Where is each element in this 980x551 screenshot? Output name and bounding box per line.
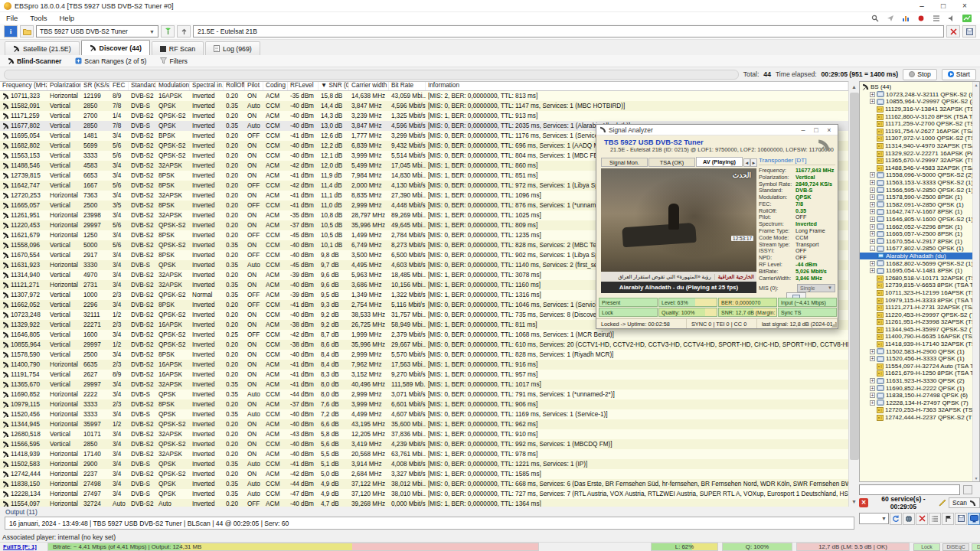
analyzer-close-button[interactable]: × — [824, 126, 835, 134]
tree-item[interactable]: +11665,057-V-2500 8PSK (1) — [860, 230, 979, 238]
tab-log-969-[interactable]: Log (969) — [205, 41, 260, 55]
expander-icon[interactable]: + — [870, 386, 875, 391]
tree-item[interactable]: +11520,456-H-3333 QPSK (1) — [860, 355, 979, 363]
col-header-frequency[interactable]: Frequency (MHz) — [0, 82, 47, 90]
analyzer-tab-tsa-ok-[interactable]: TSA (OK) — [648, 158, 695, 167]
lnb-settings-button[interactable] — [161, 25, 175, 37]
tree-item[interactable]: 11314,940-V-4970 32APSK (TSA Timeout) — [860, 142, 979, 150]
tree-item[interactable]: +11502,583-H-2900 QPSK (1) — [860, 347, 979, 355]
resize-grip[interactable] — [831, 322, 837, 328]
table-row[interactable]: 10855,964Vertical299971/2DVB-S2QPSK-S2In… — [0, 340, 848, 350]
tree-item[interactable]: 12720,253-H-7363 32APSK (TSA Timeout) — [860, 406, 979, 414]
video-preview[interactable]: الحدث 12:53:17 الخارجية العراقية رؤية «ا… — [601, 168, 756, 282]
col-header-bit-rate[interactable]: Bit Rate — [389, 82, 426, 90]
edit-icon[interactable] — [939, 499, 946, 507]
tab-rf-scan[interactable]: RF Scan — [152, 41, 204, 55]
scroll-down-icon[interactable]: ▼ — [849, 496, 859, 507]
audio-icon[interactable] — [946, 14, 957, 23]
table-row[interactable]: 11191,754Vertical26278/9DVB-S216APSKInve… — [0, 370, 848, 380]
table-row[interactable]: 11400,790Horizontal66352/3DVB-S216APSKIn… — [0, 360, 848, 370]
table-row[interactable]: 11171,259Vertical27001/4DVB-S2QPSK-S2Inv… — [0, 111, 848, 121]
col-header-coding[interactable]: Coding ... — [263, 82, 288, 90]
analyzer-title-bar[interactable]: Signal Analyzer – □ × — [596, 125, 838, 135]
minimize-button[interactable]: – — [916, 2, 927, 11]
tree-item[interactable]: +11690,852-H-2222 QPSK (1) — [860, 384, 979, 392]
expander-icon[interactable]: + — [870, 231, 875, 236]
expander-icon[interactable]: + — [870, 180, 875, 185]
tree-scroll-up-icon[interactable]: ▲ — [975, 83, 978, 87]
satellite-field[interactable]: 21.5E - Eutelsat 21B — [193, 25, 944, 37]
tree-item[interactable]: 11129,316-V-13841 32APSK (TSA Timeout) — [860, 106, 979, 113]
expander-icon[interactable]: + — [870, 209, 875, 214]
tuner-select[interactable]: TBS 5927 USB DVB-S2 Tuner▼ — [36, 25, 158, 37]
col-header-rolloff[interactable]: RollOff — [224, 82, 245, 90]
tree-item[interactable]: Alarabiy Alhadath (du) — [860, 253, 979, 260]
expander-icon[interactable]: + — [870, 202, 875, 207]
menu-help[interactable]: Help — [54, 14, 81, 22]
col-header-information[interactable]: Information — [426, 82, 848, 90]
table-row[interactable]: 11365,670Vertical299973/4DVB-S232APSKInv… — [0, 380, 848, 390]
tree-item[interactable]: 11220,453-H-29997 QPSK-S2 (TSA Timeout) — [860, 311, 979, 318]
flag-icon[interactable] — [942, 513, 954, 525]
expander-icon[interactable]: + — [870, 349, 875, 354]
table-row[interactable]: 11554,097Horizontal32724AutoDVB-S2AutoIn… — [0, 499, 848, 507]
col-header-spectral[interactable]: Spectral in... — [190, 82, 224, 90]
col-header-sr[interactable]: SR (KS/s) — [81, 82, 110, 90]
table-row[interactable]: 11690,852Horizontal22223/4DVB-SQPSKInver… — [0, 390, 848, 399]
info-button[interactable]: i — [4, 25, 18, 37]
stop-button[interactable]: Stop — [903, 69, 937, 80]
refresh-icon[interactable] — [890, 513, 902, 525]
expander-icon[interactable]: + — [870, 224, 875, 230]
delete-icon[interactable]: ✕ — [859, 498, 868, 507]
col-header-polarization[interactable]: Polarization — [47, 82, 81, 90]
expander-icon[interactable]: + — [870, 172, 875, 178]
subtab-filters[interactable]: Filters — [157, 57, 190, 66]
tree-item[interactable]: +11566,595-V-2850 QPSK-S2 (1) — [860, 186, 979, 194]
clear-button[interactable] — [946, 25, 960, 37]
table-row[interactable]: 11578,590Vertical25003/4DVB-S28PSKInvert… — [0, 350, 848, 360]
start-button[interactable]: Start — [942, 69, 976, 80]
tree-item[interactable]: 11261,951-H-23998 32APSK (TSA Timeout) — [860, 318, 979, 326]
menu-file[interactable]: File — [0, 14, 24, 22]
tree-item[interactable]: 11162,860-V-3120 8PSK (TSA Timeout) — [860, 112, 979, 120]
tree-filter-button[interactable] — [963, 485, 972, 494]
tree-item[interactable]: +11642,747-V-1667 8PSK (1) — [860, 208, 979, 216]
expander-icon[interactable]: + — [870, 261, 875, 266]
tree-item[interactable]: +11838,150-H-27498 QPSK (6) — [860, 392, 979, 399]
expander-icon[interactable]: + — [870, 99, 875, 104]
col-header-rflevel[interactable]: RFLevel — [288, 82, 318, 90]
col-header-carrier-width[interactable]: Carrier width — [349, 82, 389, 90]
tree-item[interactable]: +11670,554-V-2917 8PSK (1) — [860, 237, 979, 245]
expander-icon[interactable]: + — [870, 92, 875, 97]
tree-item[interactable]: +11662,052-V-2296 8PSK (1) — [860, 223, 979, 230]
table-row[interactable]: 12228,134Horizontal274973/4DVB-SQPSKInve… — [0, 489, 848, 499]
analyzer-maximize-button[interactable]: □ — [811, 126, 822, 134]
table-row[interactable]: 12742,444Horizontal22373/4DVB-S2QPSK-S2I… — [0, 469, 848, 479]
table-row[interactable]: 11520,456Horizontal33333/4DVB-SQPSKInver… — [0, 409, 848, 419]
table-row[interactable]: 11646,805Vertical16003/4DVB-S2QPSK-S2Inv… — [0, 330, 848, 340]
col-header-fec[interactable]: FEC — [110, 82, 129, 90]
expander-icon[interactable]: + — [870, 393, 875, 398]
tree-item[interactable]: 11621,679-H-1250 8PSK (TSA Timeout) — [860, 370, 979, 377]
tree-preset-select[interactable]: ▼ — [859, 513, 889, 524]
tree-item[interactable]: 11307,972-V-1000 QPSK-S2 (TSA Timeout) — [860, 135, 979, 142]
subtab-blind-scanner[interactable]: Blind-Scanner — [5, 57, 64, 66]
tree-item[interactable]: 12742,444-H-2237 QPSK-S2 (TSA Timeout) — [860, 414, 979, 422]
fullts-link[interactable]: FullTS [F: 1] — [0, 543, 47, 550]
table-row[interactable]: 11502,583Horizontal29003/4DVB-SQPSKInver… — [0, 459, 848, 469]
subtab-scan-ranges-2-of-5-[interactable]: Scan Ranges (2 of 5) — [72, 57, 149, 66]
col-header-standard[interactable]: Standard — [129, 82, 156, 90]
mis-select[interactable]: Single▼ — [797, 284, 835, 292]
tree-item[interactable]: 11400,790-H-6635 16APSK (TSA Timeout) — [860, 333, 979, 341]
expander-icon[interactable]: + — [870, 217, 875, 222]
analyzer-minimize-button[interactable]: – — [798, 126, 808, 134]
tree-item[interactable]: 10979,115-H-3333 8PSK (TSA Timeout) — [860, 296, 979, 304]
table-row[interactable]: 11838,150Horizontal274983/4DVB-SQPSKInve… — [0, 479, 848, 489]
col-header-pilot[interactable]: Pilot — [245, 82, 263, 90]
expander-icon[interactable]: + — [870, 239, 875, 244]
table-row[interactable]: 10979,115Horizontal33332/3DVB-S28PSKInve… — [0, 399, 848, 409]
playlist-icon[interactable] — [931, 14, 942, 23]
table-row[interactable]: 11566,595Vertical28503/4DVB-S2QPSK-S2Inv… — [0, 439, 848, 449]
tree-item[interactable]: 11191,754-V-2627 16APSK (TSA Timeout) — [860, 128, 979, 135]
tree-item[interactable]: +11646,805-V-1600 QPSK-S2 (1) — [860, 216, 979, 223]
